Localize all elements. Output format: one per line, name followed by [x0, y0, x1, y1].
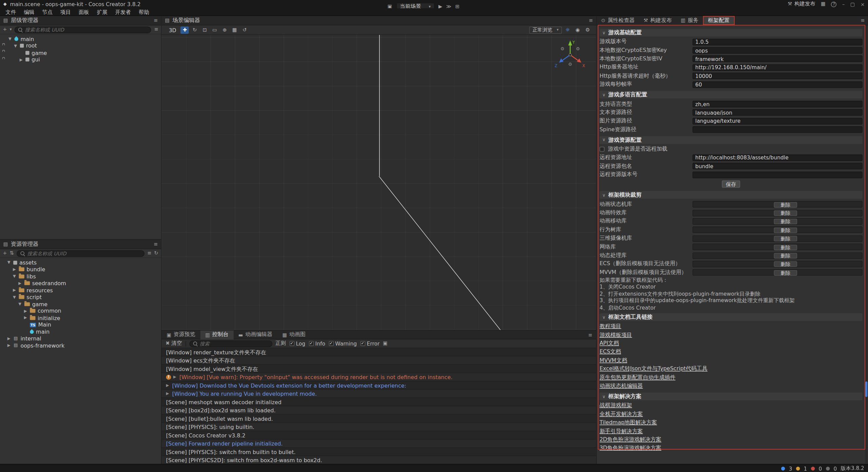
console-search-input[interactable]	[200, 341, 269, 346]
error-count-icon[interactable]	[811, 467, 815, 470]
remote-url-input[interactable]	[692, 154, 862, 161]
cryptoes-iv-input[interactable]	[692, 56, 862, 62]
asset-node-script[interactable]: ▼ script	[0, 294, 161, 300]
clear-console-button[interactable]: ✖ 清空	[165, 340, 182, 347]
package-icon[interactable]: ▦	[821, 2, 826, 7]
doc-link[interactable]: 游戏模板项目	[599, 331, 632, 338]
solution-link[interactable]: 2D角色扮演游戏解决方案	[599, 436, 661, 443]
delete-module-button[interactable]: 删除	[774, 236, 797, 241]
doc-link[interactable]: MVVM文档	[599, 357, 627, 364]
delete-module-button[interactable]: 删除	[774, 270, 797, 275]
section-modules[interactable]: ∨ 框架模块裁剪	[599, 191, 863, 199]
collapse-icon[interactable]: ▼	[12, 295, 17, 299]
solution-link[interactable]: 战棋游戏框架	[599, 402, 632, 409]
coordinate-toggle[interactable]: ↺	[240, 26, 249, 34]
menu-edit[interactable]: 编辑	[20, 8, 38, 15]
tab-console[interactable]: ▥ 控制台	[200, 330, 234, 339]
panel-menu-icon[interactable]: ≡	[588, 332, 596, 337]
collapse-icon[interactable]: ▼	[7, 260, 11, 265]
copy-log-icon[interactable]: ▣	[383, 341, 388, 346]
expand-icon[interactable]: ▶	[7, 343, 11, 348]
log-row[interactable]: [Scene] [box2d]:box2d wasm lib loaded.	[162, 406, 596, 414]
section-language[interactable]: ∨ 游戏多语言配置	[599, 91, 863, 99]
tab-service[interactable]: ▥ 服务	[676, 16, 703, 25]
section-docs[interactable]: ∨ 框架文档工具链接	[599, 313, 863, 321]
scene-light-toggle[interactable]: ☼	[564, 26, 572, 34]
log-row[interactable]: ▶ [Window] You are running Vue in develo…	[162, 390, 596, 398]
hierarchy-node-main[interactable]: ▼ main	[0, 35, 161, 42]
menu-node[interactable]: 节点	[38, 8, 57, 15]
asset-node-resources[interactable]: ▶ resources	[0, 287, 161, 294]
log-row[interactable]: [Scene] [bullet]:bullet wasm lib loaded.	[162, 415, 596, 423]
hierarchy-node-gui[interactable]: ▶ gui	[0, 56, 161, 63]
menu-file[interactable]: 文件	[2, 8, 20, 15]
console-search[interactable]	[189, 340, 272, 347]
add-asset-button[interactable]: +	[3, 251, 7, 256]
delete-module-button[interactable]: 删除	[774, 202, 797, 207]
assets-search[interactable]	[17, 250, 144, 257]
tab-animation-graph[interactable]: ▦ 动画图	[277, 330, 311, 339]
scrollbar-thumb[interactable]	[865, 381, 868, 397]
asset-node-libs[interactable]: ▼ libs	[0, 273, 161, 280]
delete-module-button[interactable]: 删除	[774, 253, 797, 258]
mode-3d-button[interactable]: 3D	[166, 27, 179, 33]
maximize-button[interactable]: ▢	[850, 1, 855, 7]
asset-node-game[interactable]: ▼ game	[0, 301, 161, 308]
info-count-icon[interactable]	[781, 467, 785, 470]
expand-icon[interactable]: ▶	[173, 373, 177, 381]
panel-menu-icon[interactable]: ≡	[154, 241, 158, 247]
filter-icon[interactable]: ≡	[147, 251, 151, 256]
chevron-down-icon[interactable]: ▾	[10, 28, 12, 32]
asset-node-common[interactable]: ▶ common	[0, 308, 161, 314]
expand-icon[interactable]: ▶	[23, 316, 28, 320]
tab-animation-editor[interactable]: ▬ 动画编辑器	[233, 330, 277, 339]
doc-link[interactable]: 动画状态机编辑器	[599, 382, 643, 390]
remote-bundle-input[interactable]	[692, 163, 862, 170]
remote-load-checkbox[interactable]	[599, 147, 605, 152]
collapse-icon[interactable]: ▼	[8, 37, 12, 41]
panel-menu-icon[interactable]: ≡	[861, 18, 868, 23]
delete-module-button[interactable]: 删除	[774, 244, 797, 250]
view-mode-select[interactable]: 正常浏览 ▾	[529, 26, 562, 34]
doc-link[interactable]: 原生包热更新配置自动生成插件	[599, 374, 675, 381]
filter-log-checkbox[interactable]: ✓ Log	[289, 340, 305, 347]
solution-link[interactable]: Tiledmap地图解决方案	[599, 419, 657, 426]
section-resource[interactable]: ∨ 游戏资源配置	[599, 136, 863, 144]
filter-info-checkbox[interactable]: ✓ Info	[309, 340, 325, 347]
move-tool[interactable]: ✚	[181, 26, 189, 34]
expand-icon[interactable]: ▶	[23, 309, 28, 313]
doc-link[interactable]: Excel格式转Json文件与TypeScript代码工具	[599, 366, 707, 373]
image-path-input[interactable]	[692, 118, 862, 124]
delete-module-button[interactable]: 删除	[774, 210, 797, 216]
log-row[interactable]: [Scene] [PHYSICS]: switch from builtin t…	[162, 448, 596, 456]
scale-tool[interactable]: ⊡	[201, 26, 209, 34]
asset-node-internal[interactable]: ▶ ▤ internal	[0, 335, 161, 342]
expand-icon[interactable]: ▶	[18, 281, 22, 286]
delete-module-button[interactable]: 删除	[774, 219, 797, 224]
asset-node-assets[interactable]: ▼ assets	[0, 259, 161, 266]
section-basic[interactable]: ∨ 游戏基础配置	[599, 29, 863, 37]
sort-icon[interactable]: ⇅	[10, 251, 14, 256]
filter-error-checkbox[interactable]: ✓ Error	[360, 340, 379, 347]
log-row[interactable]: [Scene] Cocos Creator v3.8.2	[162, 431, 596, 439]
hierarchy-node-game[interactable]: game	[0, 49, 161, 56]
log-row[interactable]: [Window] model_view文件夹不存在	[162, 365, 596, 373]
tab-property-inspector[interactable]: ⊙ 属性检查器	[597, 16, 639, 25]
collapse-icon[interactable]: ▼	[13, 44, 18, 48]
build-publish-button[interactable]: ⚒ 构建发布	[788, 1, 815, 8]
asset-node-oops-framework[interactable]: ▶ ▤ oops-framework	[0, 342, 161, 349]
close-button[interactable]: ×	[861, 1, 865, 7]
delete-module-button[interactable]: 删除	[774, 261, 797, 267]
view-gizmo[interactable]: Y X Z	[552, 38, 588, 73]
game-version-input[interactable]	[692, 39, 862, 45]
scene-settings-icon[interactable]: ⚙	[584, 26, 592, 34]
expand-icon[interactable]: ▶	[166, 390, 170, 398]
pivot-toggle[interactable]: ⊕	[220, 26, 229, 34]
inspector-scrollbar[interactable]	[865, 25, 868, 463]
doc-link[interactable]: ECS文档	[599, 349, 621, 356]
expand-icon[interactable]: ▶	[166, 381, 170, 390]
log-row[interactable]: [Scene] Forward render pipeline initiali…	[162, 439, 596, 448]
http-server-input[interactable]	[692, 64, 862, 71]
asset-node-main-ts[interactable]: TS Main	[0, 321, 161, 328]
rect-tool[interactable]: ▭	[211, 26, 219, 34]
